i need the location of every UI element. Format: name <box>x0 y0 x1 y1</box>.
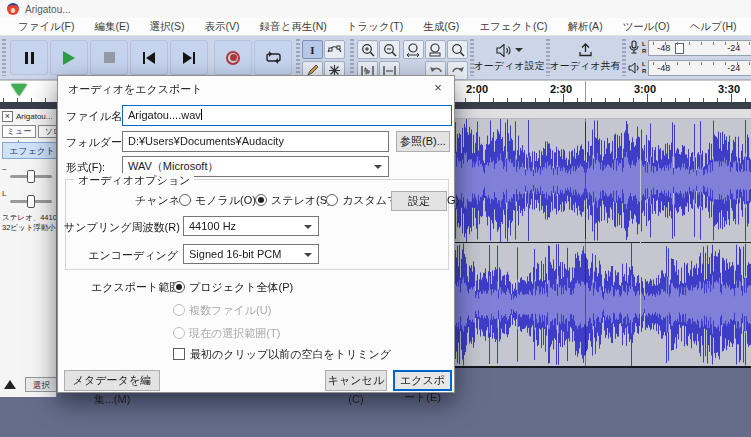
menu-help[interactable]: ヘルプ(H) <box>680 18 747 35</box>
chevron-down-icon <box>304 225 312 229</box>
ruler-time-label: 2:00 <box>466 83 488 95</box>
zoom-selection-icon <box>406 43 421 57</box>
effects-button[interactable]: エフェクト <box>2 142 57 159</box>
play-icon <box>63 51 75 65</box>
menu-edit[interactable]: 編集(E) <box>84 18 139 35</box>
export-button[interactable]: エクスポート(E) <box>393 370 452 391</box>
loop-button[interactable] <box>254 40 292 75</box>
track-info: ステレオ、44100Hz 32ビット浮動小数点 <box>2 213 57 233</box>
menu-file[interactable]: ファイル(F) <box>8 18 84 35</box>
selection-tool-button[interactable]: I <box>302 40 323 59</box>
zoom-toggle-icon <box>451 43 465 57</box>
sample-rate-label: サンプリング周波数(R) <box>64 220 178 235</box>
pan-slider[interactable] <box>10 200 52 203</box>
channel-configure-button[interactable]: 設定 <box>391 191 447 211</box>
cancel-button[interactable]: キャンセル(C) <box>325 370 387 391</box>
menu-select[interactable]: 選択(S) <box>139 18 194 35</box>
playback-meter[interactable]: LR -48 -24 <box>628 58 751 77</box>
chevron-down-icon <box>304 253 312 257</box>
channel-mono-label: モノラル(O) <box>195 193 256 208</box>
menu-effect[interactable]: エフェクト(C) <box>469 18 557 35</box>
toolbar-grip[interactable] <box>350 39 354 76</box>
menu-tracks[interactable]: トラック(T) <box>337 18 413 35</box>
trim-blank-checkbox[interactable] <box>173 348 185 360</box>
recording-meter-scale[interactable]: -48 -24 <box>648 40 751 56</box>
folder-input[interactable]: D:¥Users¥Documents¥Audacity <box>122 131 389 152</box>
meter-db-label: -24 <box>727 63 740 73</box>
waveform-canvas[interactable] <box>455 119 751 366</box>
channel-mono-radio[interactable] <box>179 194 191 206</box>
clip-header[interactable] <box>455 109 751 119</box>
zoom-fit-icon <box>428 43 443 57</box>
record-button[interactable] <box>214 40 252 75</box>
menu-transport[interactable]: 録音と再生(N) <box>249 18 336 35</box>
toolbar-grip[interactable] <box>622 39 626 76</box>
range-project-radio[interactable] <box>173 281 185 293</box>
encoding-select[interactable]: Signed 16-bit PCM <box>183 244 319 264</box>
skip-to-start-button[interactable] <box>130 40 168 75</box>
menu-generate[interactable]: 生成(G) <box>413 18 469 35</box>
edit-metadata-button[interactable]: メタデータを編集...(M) <box>64 370 160 391</box>
share-icon <box>578 43 593 57</box>
chevron-down-icon <box>374 165 382 169</box>
toolbar-grip[interactable] <box>296 39 300 76</box>
audio-share-button[interactable]: オーディオ共有 <box>552 39 618 77</box>
range-selection-label: 現在の選択範囲(T) <box>189 326 280 341</box>
speaker-icon <box>496 44 523 57</box>
track-select-button[interactable]: 選択 <box>25 377 57 392</box>
zoom-selection-button[interactable] <box>403 40 424 59</box>
collapse-track-button[interactable] <box>4 380 16 389</box>
timeline-pin-icon[interactable] <box>11 84 27 96</box>
channel-stereo-radio[interactable] <box>255 194 267 206</box>
audio-options-label: オーディオオプション <box>74 173 194 188</box>
stop-button[interactable] <box>90 40 128 75</box>
gain-slider-label: − <box>2 165 7 174</box>
track-name[interactable]: Arigatou... <box>16 112 52 121</box>
meter-db-label: -24 <box>727 43 740 53</box>
solo-button[interactable]: ソロ <box>38 125 57 138</box>
export-range-label: エクスポート範囲: <box>91 280 183 295</box>
sample-rate-select[interactable]: 44100 Hz <box>183 216 319 236</box>
pause-icon <box>25 52 34 64</box>
stop-icon <box>104 52 115 63</box>
skip-to-end-button[interactable] <box>170 40 208 75</box>
gain-slider[interactable] <box>10 175 52 178</box>
mic-icon <box>628 40 640 55</box>
toolbar: I オーディオ設定 オーディオ共有 <box>0 36 751 80</box>
toolbar-grip[interactable] <box>2 39 6 76</box>
menu-view[interactable]: 表示(V) <box>194 18 249 35</box>
zoom-in-button[interactable] <box>357 40 378 59</box>
zoom-toggle-button[interactable] <box>447 40 468 59</box>
mute-button[interactable]: ミュート <box>2 125 36 138</box>
dialog-close-icon[interactable]: × <box>430 80 446 95</box>
title-bar: Arigatou... <box>0 0 751 18</box>
gain-slider-thumb[interactable] <box>27 170 35 183</box>
recording-meter[interactable]: LR -48 -24 <box>628 38 751 57</box>
pan-slider-thumb[interactable] <box>27 195 35 208</box>
audio-setup-button[interactable]: オーディオ設定 <box>476 39 542 77</box>
record-icon <box>226 51 240 65</box>
selection-tool-icon: I <box>310 44 314 56</box>
menu-tools[interactable]: ツール(O) <box>613 18 680 35</box>
meter-db-label: -48 <box>657 63 670 73</box>
range-selection-radio <box>173 327 185 339</box>
menu-bar: ファイル(F) 編集(E) 選択(S) 表示(V) 録音と再生(N) トラック(… <box>0 18 751 36</box>
encoding-label: エンコーディング <box>64 248 178 263</box>
playback-meter-scale[interactable]: -48 -24 <box>648 60 751 76</box>
pause-button[interactable] <box>10 40 48 75</box>
audio-share-label: オーディオ共有 <box>550 59 621 73</box>
menu-analyze[interactable]: 解析(A) <box>558 18 613 35</box>
audacity-window: Arigatou... ファイル(F) 編集(E) 選択(S) 表示(V) 録音… <box>0 0 751 437</box>
play-button[interactable] <box>50 40 88 75</box>
channel-custom-radio[interactable] <box>326 194 338 206</box>
loop-icon <box>265 51 282 64</box>
envelope-tool-button[interactable] <box>324 40 345 59</box>
filename-input[interactable]: Arigatou....wav <box>122 105 452 126</box>
zoom-in-icon <box>361 43 375 57</box>
range-multiple-radio <box>173 304 185 316</box>
range-multiple-label: 複数ファイル(U) <box>189 303 271 318</box>
zoom-fit-button[interactable] <box>425 40 446 59</box>
zoom-out-button[interactable] <box>379 40 400 59</box>
browse-button[interactable]: 参照(B)... <box>396 131 450 152</box>
track-close-button[interactable]: × <box>2 111 13 122</box>
